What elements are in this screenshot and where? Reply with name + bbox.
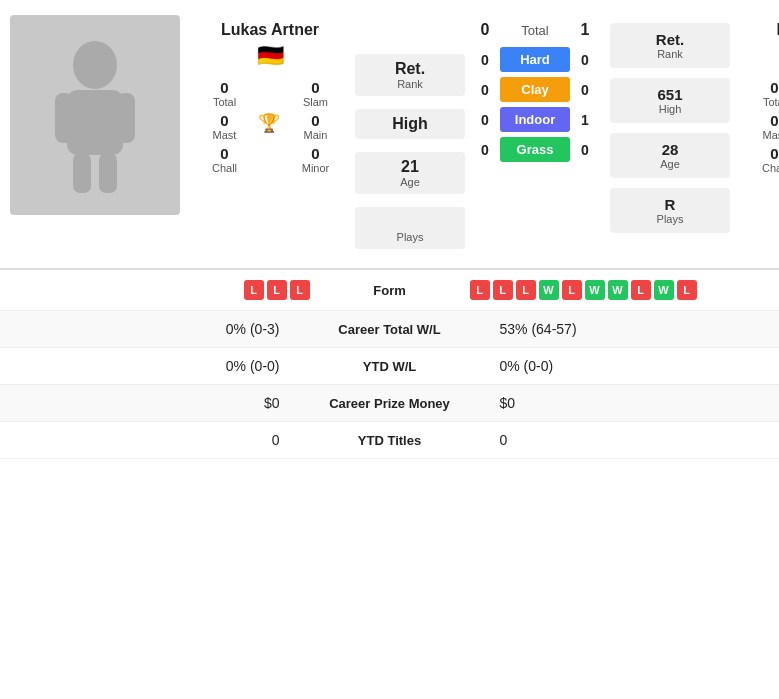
total-left-score: 0 [470, 21, 500, 39]
form-row: LLL Form LLLWLWWLWL [0, 270, 779, 311]
right-chall-value: 0 [770, 145, 778, 162]
hard-right-score: 0 [570, 52, 600, 68]
stat-left-value: 0% (0-3) [15, 321, 300, 337]
right-age-box: 28 Age [610, 133, 730, 178]
stat-row: 0% (0-3)Career Total W/L53% (64-57) [0, 311, 779, 348]
left-total-label: Total [213, 96, 236, 108]
right-plays-box: R Plays [610, 188, 730, 233]
stat-left-value: 0% (0-0) [15, 358, 300, 374]
left-minor-value: 0 [311, 145, 319, 162]
form-label: Form [330, 283, 450, 298]
left-age-box: 21 Age [355, 152, 465, 194]
stat-left-value: $0 [15, 395, 300, 411]
clay-left-score: 0 [470, 82, 500, 98]
form-badge-right: W [539, 280, 559, 300]
total-right-score: 1 [570, 21, 600, 39]
svg-rect-5 [99, 153, 117, 193]
left-mast-value: 0 [220, 112, 228, 129]
stat-center-label: Career Total W/L [300, 322, 480, 337]
indoor-right-score: 1 [570, 112, 600, 128]
stat-left-value: 0 [15, 432, 300, 448]
left-high-box: High [355, 109, 465, 139]
right-mast-value: 0 [770, 112, 778, 129]
trophy-left-icon: 🏆 [258, 112, 280, 134]
hard-left-score: 0 [470, 52, 500, 68]
left-slam-value: 0 [311, 79, 319, 96]
stat-center-label: YTD Titles [300, 433, 480, 448]
form-badge-right: L [562, 280, 582, 300]
right-chall-label: Chall [762, 162, 779, 174]
indoor-left-score: 0 [470, 112, 500, 128]
total-label: Total [500, 23, 570, 38]
left-total-value: 0 [220, 79, 228, 96]
clay-right-score: 0 [570, 82, 600, 98]
stat-right-value: $0 [480, 395, 765, 411]
left-chall-label: Chall [212, 162, 237, 174]
stat-right-value: 0 [480, 432, 765, 448]
form-badge-right: L [493, 280, 513, 300]
stat-row: $0Career Prize Money$0 [0, 385, 779, 422]
grass-right-score: 0 [570, 142, 600, 158]
stat-row: 0YTD Titles0 [0, 422, 779, 459]
left-slam-label: Slam [303, 96, 328, 108]
form-badge-right: L [631, 280, 651, 300]
left-main-label: Main [304, 129, 328, 141]
right-rank-box: Ret. Rank [610, 23, 730, 68]
left-minor-label: Minor [302, 162, 330, 174]
clay-button[interactable]: Clay [500, 77, 570, 102]
indoor-button[interactable]: Indoor [500, 107, 570, 132]
left-player-photo [10, 15, 180, 215]
form-right-badges: LLLWLWWLWL [450, 280, 765, 300]
stat-center-label: YTD W/L [300, 359, 480, 374]
right-high-box: 651 High [610, 78, 730, 123]
left-chall-value: 0 [220, 145, 228, 162]
stat-row: 0% (0-0)YTD W/L0% (0-0) [0, 348, 779, 385]
right-total-value: 0 [770, 79, 778, 96]
form-badge-left: L [244, 280, 264, 300]
stat-right-value: 0% (0-0) [480, 358, 765, 374]
svg-rect-2 [55, 93, 73, 143]
form-badge-right: W [608, 280, 628, 300]
grass-button[interactable]: Grass [500, 137, 570, 162]
stats-section: LLL Form LLLWLWWLWL 0% (0-3)Career Total… [0, 268, 779, 459]
form-badge-right: L [677, 280, 697, 300]
left-rank-box: Ret. Rank [355, 54, 465, 96]
form-badge-right: L [516, 280, 536, 300]
left-mast-label: Mast [213, 129, 237, 141]
left-main-value: 0 [311, 112, 319, 129]
form-badge-right: L [470, 280, 490, 300]
form-left-badges: LLL [15, 280, 330, 300]
svg-rect-4 [73, 153, 91, 193]
svg-point-0 [73, 41, 117, 89]
left-player-flag: 🇩🇪 [257, 43, 284, 69]
hard-button[interactable]: Hard [500, 47, 570, 72]
grass-left-score: 0 [470, 142, 500, 158]
form-badge-left: L [267, 280, 287, 300]
svg-rect-1 [67, 90, 123, 155]
svg-rect-3 [117, 93, 135, 143]
form-badge-right: W [585, 280, 605, 300]
stat-right-value: 53% (64-57) [480, 321, 765, 337]
form-badge-right: W [654, 280, 674, 300]
right-total-label: Total [763, 96, 779, 108]
left-player-name: Lukas Artner [221, 21, 319, 39]
form-badge-left: L [290, 280, 310, 300]
left-plays-box: Plays [355, 207, 465, 249]
stat-center-label: Career Prize Money [300, 396, 480, 411]
right-mast-label: Mast [763, 129, 779, 141]
